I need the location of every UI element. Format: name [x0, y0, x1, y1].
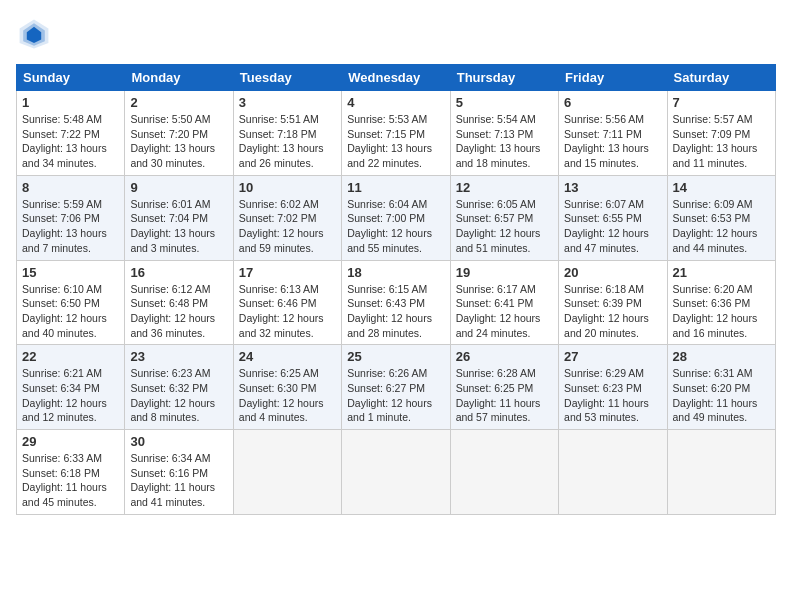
- col-header-saturday: Saturday: [667, 65, 775, 91]
- calendar-cell: 26Sunrise: 6:28 AM Sunset: 6:25 PM Dayli…: [450, 345, 558, 430]
- calendar-cell: [342, 430, 450, 515]
- col-header-thursday: Thursday: [450, 65, 558, 91]
- day-info: Sunrise: 6:23 AM Sunset: 6:32 PM Dayligh…: [130, 366, 227, 425]
- day-info: Sunrise: 6:09 AM Sunset: 6:53 PM Dayligh…: [673, 197, 770, 256]
- calendar-cell: 2Sunrise: 5:50 AM Sunset: 7:20 PM Daylig…: [125, 91, 233, 176]
- calendar-cell: 3Sunrise: 5:51 AM Sunset: 7:18 PM Daylig…: [233, 91, 341, 176]
- calendar-cell: 10Sunrise: 6:02 AM Sunset: 7:02 PM Dayli…: [233, 175, 341, 260]
- day-info: Sunrise: 6:34 AM Sunset: 6:16 PM Dayligh…: [130, 451, 227, 510]
- day-number: 15: [22, 265, 119, 280]
- calendar-cell: 27Sunrise: 6:29 AM Sunset: 6:23 PM Dayli…: [559, 345, 667, 430]
- logo-icon: [16, 16, 52, 52]
- page-header: [16, 16, 776, 52]
- calendar-cell: 25Sunrise: 6:26 AM Sunset: 6:27 PM Dayli…: [342, 345, 450, 430]
- day-info: Sunrise: 5:48 AM Sunset: 7:22 PM Dayligh…: [22, 112, 119, 171]
- calendar-cell: 23Sunrise: 6:23 AM Sunset: 6:32 PM Dayli…: [125, 345, 233, 430]
- day-number: 13: [564, 180, 661, 195]
- day-number: 11: [347, 180, 444, 195]
- day-number: 2: [130, 95, 227, 110]
- day-number: 29: [22, 434, 119, 449]
- day-info: Sunrise: 5:57 AM Sunset: 7:09 PM Dayligh…: [673, 112, 770, 171]
- day-number: 22: [22, 349, 119, 364]
- calendar-cell: 22Sunrise: 6:21 AM Sunset: 6:34 PM Dayli…: [17, 345, 125, 430]
- day-number: 17: [239, 265, 336, 280]
- day-number: 7: [673, 95, 770, 110]
- day-number: 18: [347, 265, 444, 280]
- day-number: 28: [673, 349, 770, 364]
- col-header-tuesday: Tuesday: [233, 65, 341, 91]
- col-header-monday: Monday: [125, 65, 233, 91]
- day-number: 27: [564, 349, 661, 364]
- calendar-week-row: 1Sunrise: 5:48 AM Sunset: 7:22 PM Daylig…: [17, 91, 776, 176]
- day-info: Sunrise: 6:12 AM Sunset: 6:48 PM Dayligh…: [130, 282, 227, 341]
- calendar-cell: 13Sunrise: 6:07 AM Sunset: 6:55 PM Dayli…: [559, 175, 667, 260]
- calendar-header-row: SundayMondayTuesdayWednesdayThursdayFrid…: [17, 65, 776, 91]
- calendar-cell: 8Sunrise: 5:59 AM Sunset: 7:06 PM Daylig…: [17, 175, 125, 260]
- day-number: 10: [239, 180, 336, 195]
- calendar-cell: 29Sunrise: 6:33 AM Sunset: 6:18 PM Dayli…: [17, 430, 125, 515]
- calendar-cell: [450, 430, 558, 515]
- calendar-week-row: 29Sunrise: 6:33 AM Sunset: 6:18 PM Dayli…: [17, 430, 776, 515]
- day-number: 6: [564, 95, 661, 110]
- day-info: Sunrise: 5:56 AM Sunset: 7:11 PM Dayligh…: [564, 112, 661, 171]
- calendar-cell: 15Sunrise: 6:10 AM Sunset: 6:50 PM Dayli…: [17, 260, 125, 345]
- day-info: Sunrise: 6:29 AM Sunset: 6:23 PM Dayligh…: [564, 366, 661, 425]
- day-info: Sunrise: 6:15 AM Sunset: 6:43 PM Dayligh…: [347, 282, 444, 341]
- day-number: 16: [130, 265, 227, 280]
- calendar-cell: 4Sunrise: 5:53 AM Sunset: 7:15 PM Daylig…: [342, 91, 450, 176]
- calendar-cell: 18Sunrise: 6:15 AM Sunset: 6:43 PM Dayli…: [342, 260, 450, 345]
- day-info: Sunrise: 6:17 AM Sunset: 6:41 PM Dayligh…: [456, 282, 553, 341]
- day-number: 9: [130, 180, 227, 195]
- day-info: Sunrise: 6:20 AM Sunset: 6:36 PM Dayligh…: [673, 282, 770, 341]
- day-info: Sunrise: 6:10 AM Sunset: 6:50 PM Dayligh…: [22, 282, 119, 341]
- calendar-cell: 24Sunrise: 6:25 AM Sunset: 6:30 PM Dayli…: [233, 345, 341, 430]
- calendar-cell: 20Sunrise: 6:18 AM Sunset: 6:39 PM Dayli…: [559, 260, 667, 345]
- day-info: Sunrise: 5:54 AM Sunset: 7:13 PM Dayligh…: [456, 112, 553, 171]
- day-number: 5: [456, 95, 553, 110]
- day-number: 20: [564, 265, 661, 280]
- calendar-cell: 14Sunrise: 6:09 AM Sunset: 6:53 PM Dayli…: [667, 175, 775, 260]
- calendar-cell: 11Sunrise: 6:04 AM Sunset: 7:00 PM Dayli…: [342, 175, 450, 260]
- day-info: Sunrise: 6:13 AM Sunset: 6:46 PM Dayligh…: [239, 282, 336, 341]
- day-info: Sunrise: 6:05 AM Sunset: 6:57 PM Dayligh…: [456, 197, 553, 256]
- day-info: Sunrise: 6:07 AM Sunset: 6:55 PM Dayligh…: [564, 197, 661, 256]
- day-info: Sunrise: 5:51 AM Sunset: 7:18 PM Dayligh…: [239, 112, 336, 171]
- day-info: Sunrise: 6:04 AM Sunset: 7:00 PM Dayligh…: [347, 197, 444, 256]
- calendar-cell: 7Sunrise: 5:57 AM Sunset: 7:09 PM Daylig…: [667, 91, 775, 176]
- calendar-cell: [233, 430, 341, 515]
- day-info: Sunrise: 5:59 AM Sunset: 7:06 PM Dayligh…: [22, 197, 119, 256]
- calendar-cell: 19Sunrise: 6:17 AM Sunset: 6:41 PM Dayli…: [450, 260, 558, 345]
- calendar-cell: [559, 430, 667, 515]
- col-header-sunday: Sunday: [17, 65, 125, 91]
- day-number: 12: [456, 180, 553, 195]
- calendar-cell: 5Sunrise: 5:54 AM Sunset: 7:13 PM Daylig…: [450, 91, 558, 176]
- day-number: 21: [673, 265, 770, 280]
- calendar-cell: [667, 430, 775, 515]
- day-info: Sunrise: 5:50 AM Sunset: 7:20 PM Dayligh…: [130, 112, 227, 171]
- logo: [16, 16, 58, 52]
- calendar-cell: 1Sunrise: 5:48 AM Sunset: 7:22 PM Daylig…: [17, 91, 125, 176]
- day-info: Sunrise: 6:33 AM Sunset: 6:18 PM Dayligh…: [22, 451, 119, 510]
- day-number: 14: [673, 180, 770, 195]
- calendar-cell: 30Sunrise: 6:34 AM Sunset: 6:16 PM Dayli…: [125, 430, 233, 515]
- day-number: 1: [22, 95, 119, 110]
- calendar-week-row: 8Sunrise: 5:59 AM Sunset: 7:06 PM Daylig…: [17, 175, 776, 260]
- day-info: Sunrise: 6:21 AM Sunset: 6:34 PM Dayligh…: [22, 366, 119, 425]
- day-info: Sunrise: 6:18 AM Sunset: 6:39 PM Dayligh…: [564, 282, 661, 341]
- calendar-week-row: 22Sunrise: 6:21 AM Sunset: 6:34 PM Dayli…: [17, 345, 776, 430]
- day-number: 26: [456, 349, 553, 364]
- day-info: Sunrise: 5:53 AM Sunset: 7:15 PM Dayligh…: [347, 112, 444, 171]
- calendar-cell: 21Sunrise: 6:20 AM Sunset: 6:36 PM Dayli…: [667, 260, 775, 345]
- day-info: Sunrise: 6:31 AM Sunset: 6:20 PM Dayligh…: [673, 366, 770, 425]
- day-number: 19: [456, 265, 553, 280]
- day-info: Sunrise: 6:26 AM Sunset: 6:27 PM Dayligh…: [347, 366, 444, 425]
- day-number: 3: [239, 95, 336, 110]
- day-number: 24: [239, 349, 336, 364]
- calendar-cell: 12Sunrise: 6:05 AM Sunset: 6:57 PM Dayli…: [450, 175, 558, 260]
- day-number: 8: [22, 180, 119, 195]
- day-number: 25: [347, 349, 444, 364]
- calendar-cell: 17Sunrise: 6:13 AM Sunset: 6:46 PM Dayli…: [233, 260, 341, 345]
- calendar-cell: 6Sunrise: 5:56 AM Sunset: 7:11 PM Daylig…: [559, 91, 667, 176]
- calendar-cell: 28Sunrise: 6:31 AM Sunset: 6:20 PM Dayli…: [667, 345, 775, 430]
- calendar-cell: 16Sunrise: 6:12 AM Sunset: 6:48 PM Dayli…: [125, 260, 233, 345]
